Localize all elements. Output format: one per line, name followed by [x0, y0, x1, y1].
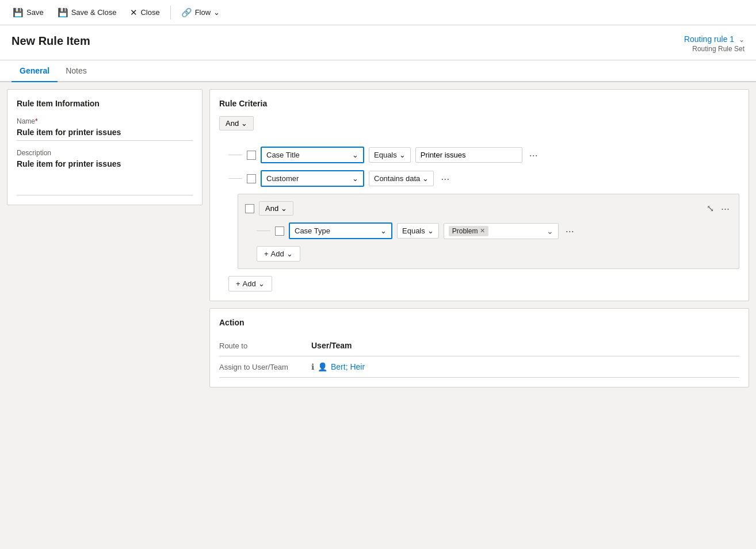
outer-add-chevron-icon: ⌄ [258, 279, 265, 288]
desc-border-line [17, 195, 193, 195]
tag-dropdown-icon[interactable]: ⌄ [547, 226, 553, 236]
and-chevron-icon: ⌄ [241, 119, 247, 128]
case-title-select[interactable]: Case Title ⌄ [261, 147, 364, 163]
name-field-group: Name* Rule item for printer issues [17, 117, 193, 141]
criteria-row-2: Customer ⌄ Contains data ⌄ ··· [228, 170, 739, 187]
required-mark: * [35, 117, 38, 125]
case-type-label: Case Type [295, 226, 330, 235]
nested-row-more-btn[interactable]: ··· [563, 226, 576, 236]
assign-link[interactable]: Bert; Heir [331, 362, 365, 371]
description-value: Rule item for printer issues [17, 159, 193, 172]
equals-label-2: Equals [402, 226, 425, 235]
tab-general[interactable]: General [12, 60, 58, 82]
nested-add-button[interactable]: + Add ⌄ [257, 246, 300, 262]
name-label: Name* [17, 117, 193, 125]
flow-button[interactable]: 🔗 Flow ⌄ [175, 5, 226, 21]
problem-tag-label: Problem [452, 227, 478, 235]
route-to-value: User/Team [311, 341, 352, 350]
more-options-1[interactable]: ··· [527, 150, 540, 160]
and-label: And [226, 119, 239, 128]
assign-row: Assign to User/Team ℹ 👤 Bert; Heir [219, 356, 739, 378]
equals-chevron-icon-1: ⌄ [399, 151, 406, 159]
save-close-button[interactable]: 💾 Save & Close [52, 5, 123, 21]
problem-tag-close[interactable]: ✕ [480, 227, 485, 235]
action-panel: Action Route to User/Team Assign to User… [209, 308, 749, 387]
equals-label-1: Equals [374, 151, 397, 159]
contains-data-label: Contains data [374, 174, 420, 183]
save-button[interactable]: 💾 Save [7, 5, 49, 21]
case-type-value-tag: Problem ✕ ⌄ [444, 223, 559, 239]
rule-criteria-title: Rule Criteria [219, 99, 739, 108]
contains-data-operator[interactable]: Contains data ⌄ [369, 171, 434, 186]
outer-add-plus-icon: + [236, 279, 240, 288]
case-title-label: Case Title [266, 151, 300, 159]
collapse-icon[interactable]: ⤡ [707, 203, 714, 214]
case-title-chevron-icon: ⌄ [352, 151, 358, 159]
toolbar: 💾 Save 💾 Save & Close ✕ Close 🔗 Flow ⌄ [0, 0, 756, 25]
case-title-value-input[interactable] [415, 147, 522, 163]
description-label: Description [17, 149, 193, 157]
problem-tag: Problem ✕ [449, 226, 489, 236]
routing-rule-link[interactable]: Routing rule 1 [684, 34, 734, 44]
nested-and-button[interactable]: And ⌄ [259, 201, 293, 216]
close-label: Close [140, 8, 159, 17]
case-type-select[interactable]: Case Type ⌄ [289, 222, 392, 239]
nested-more-btn[interactable]: ··· [719, 204, 732, 214]
nested-add-label: Add [271, 249, 284, 258]
name-value: Rule item for printer issues [17, 128, 193, 141]
route-to-row: Route to User/Team [219, 335, 739, 356]
assign-label: Assign to User/Team [219, 363, 311, 371]
flow-chevron-icon: ⌄ [213, 8, 220, 17]
nested-row-checkbox[interactable] [275, 226, 284, 236]
save-label: Save [26, 8, 44, 17]
save-close-label: Save & Close [71, 8, 117, 17]
tab-notes[interactable]: Notes [58, 60, 95, 82]
route-to-label: Route to [219, 341, 311, 350]
nested-criteria-row-1: Case Type ⌄ Equals ⌄ Problem ✕ [257, 222, 732, 239]
right-panels: Rule Criteria And ⌄ Case Title ⌄ Equals [209, 89, 749, 532]
left-panel: Rule Item Information Name* Rule item fo… [7, 89, 203, 205]
save-close-icon: 💾 [58, 7, 68, 18]
row-checkbox-2[interactable] [247, 174, 256, 183]
row-checkbox-1[interactable] [247, 151, 256, 160]
nested-header: And ⌄ ⤡ ··· [245, 201, 732, 216]
assign-value-group: ℹ 👤 Bert; Heir [311, 362, 365, 371]
page-title: New Rule Item [12, 34, 90, 48]
customer-label: Customer [266, 174, 299, 183]
equals-operator-1[interactable]: Equals ⌄ [369, 147, 411, 163]
row-connector-1 [228, 155, 242, 155]
row-connector-2 [228, 178, 242, 179]
save-icon: 💾 [13, 7, 24, 18]
nested-group-checkbox[interactable] [245, 204, 254, 213]
nested-add-chevron-icon: ⌄ [287, 249, 293, 258]
nested-group: And ⌄ ⤡ ··· Case Type ⌄ [238, 194, 739, 269]
action-title: Action [219, 318, 739, 327]
nested-and-chevron-icon: ⌄ [281, 204, 287, 213]
routing-chevron-icon: ⌄ [739, 36, 744, 44]
tabs: General Notes [0, 60, 756, 82]
flow-icon: 🔗 [181, 7, 192, 18]
info-icon: ℹ [311, 362, 314, 371]
nested-add-plus-icon: + [264, 249, 269, 258]
customer-select[interactable]: Customer ⌄ [261, 170, 364, 187]
nested-and-label: And [265, 204, 278, 213]
routing-info: Routing rule 1 ⌄ Routing Rule Set [684, 34, 744, 53]
page-header: New Rule Item Routing rule 1 ⌄ Routing R… [0, 25, 756, 60]
toolbar-divider [170, 6, 171, 20]
close-icon: ✕ [130, 7, 138, 18]
flow-label: Flow [195, 8, 211, 17]
close-button[interactable]: ✕ Close [124, 5, 165, 21]
more-options-2[interactable]: ··· [438, 174, 452, 184]
equals-chevron-icon-2: ⌄ [427, 226, 434, 235]
and-button[interactable]: And ⌄ [219, 116, 254, 130]
equals-operator-2[interactable]: Equals ⌄ [397, 223, 439, 239]
user-icon: 👤 [318, 362, 327, 371]
customer-chevron-icon: ⌄ [352, 174, 358, 183]
description-field-group: Description Rule item for printer issues [17, 149, 193, 172]
case-type-chevron-icon: ⌄ [380, 226, 387, 235]
content: Rule Item Information Name* Rule item fo… [0, 82, 756, 539]
outer-add-button[interactable]: + Add ⌄ [228, 276, 272, 291]
rule-criteria-panel: Rule Criteria And ⌄ Case Title ⌄ Equals [209, 89, 749, 301]
outer-add-label: Add [243, 279, 256, 288]
nested-row-connector [257, 231, 270, 231]
